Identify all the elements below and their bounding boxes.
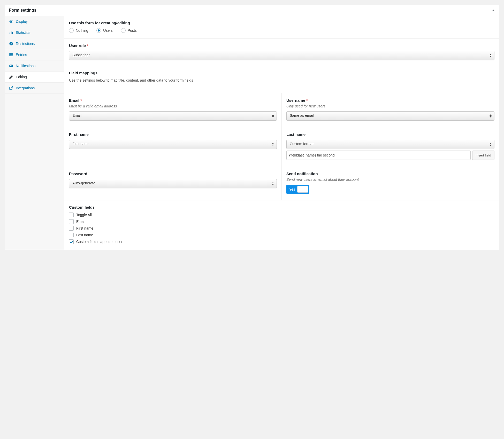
label-text: Username (286, 98, 305, 103)
sidebar-item-editing[interactable]: Editing (5, 72, 64, 83)
password-select[interactable]: Auto-generate (69, 179, 277, 188)
sidebar-item-notifications[interactable]: Notifications (5, 60, 64, 72)
username-select[interactable]: Same as email (286, 111, 494, 121)
sidebar-label: Notifications (16, 64, 35, 68)
sidebar-label: Integrations (16, 86, 35, 90)
toggle-label: Yes (288, 187, 297, 191)
required-indicator: * (87, 43, 88, 48)
svg-rect-1 (10, 33, 10, 34)
email-select[interactable]: Email (69, 111, 277, 121)
username-cell: Username * Only used for new users Same … (282, 93, 499, 127)
required-indicator: * (80, 98, 82, 103)
sidebar-label: Statistics (16, 30, 30, 35)
email-hint: Must be a valid email address (69, 104, 277, 108)
radio-nothing[interactable]: Nothing (69, 28, 88, 33)
user-role-label: User role * (69, 43, 494, 48)
last-name-custom-input[interactable] (286, 151, 471, 160)
checkbox-icon (69, 233, 74, 237)
send-notification-cell: Send notification Send new users an emai… (282, 166, 499, 200)
email-cell: Email * Must be a valid email address Em… (64, 93, 282, 127)
checkbox-label: Email (76, 220, 85, 224)
sidebar-label: Display (16, 19, 28, 23)
radio-label: Posts (128, 28, 137, 33)
last-name-label: Last name (286, 132, 494, 137)
last-name-select[interactable]: Custom format (286, 140, 494, 149)
radio-users[interactable]: Users (96, 28, 113, 33)
use-form-options: Nothing Users Posts (69, 28, 494, 33)
field-mappings-heading: Field mappings (69, 71, 494, 75)
sidebar-label: Restrictions (16, 42, 35, 46)
checkbox-custom-field-user[interactable]: Custom field mapped to user (69, 239, 494, 244)
use-form-label: Use this form for creating/editing (69, 21, 494, 25)
pencil-icon (9, 75, 13, 79)
insert-field-button[interactable]: Insert field (472, 151, 494, 160)
svg-rect-3 (12, 32, 13, 34)
mapping-grid: Email * Must be a valid email address Em… (64, 93, 499, 200)
send-notification-label: Send notification (286, 171, 494, 176)
select-arrows-icon (272, 143, 274, 146)
password-cell: Password Auto-generate (64, 166, 282, 200)
form-settings-panel: Form settings Display Statistics Restric… (5, 5, 499, 250)
collapse-icon[interactable] (492, 10, 495, 11)
email-label: Email * (69, 98, 277, 103)
custom-fields-label: Custom fields (69, 205, 494, 209)
x-circle-icon (9, 42, 13, 46)
custom-fields-section: Custom fields Toggle All Email First nam… (64, 200, 499, 250)
checkbox-icon (69, 219, 74, 224)
send-notification-hint: Send new users an email about their acco… (286, 177, 494, 182)
field-mappings-header: Field mappings Use the settings below to… (64, 66, 499, 93)
bar-chart-icon (9, 30, 13, 35)
sidebar-item-integrations[interactable]: Integrations (5, 83, 64, 94)
select-arrows-icon (272, 182, 274, 185)
sidebar-item-statistics[interactable]: Statistics (5, 27, 64, 38)
first-name-cell: First name First name (64, 127, 282, 166)
select-arrows-icon (490, 54, 492, 57)
radio-label: Nothing (76, 28, 88, 33)
external-link-icon (9, 86, 13, 90)
label-text: User role (69, 43, 86, 48)
checkbox-label: Last name (76, 233, 93, 237)
checkbox-first-name[interactable]: First name (69, 226, 494, 231)
table-icon (9, 53, 13, 57)
label-text: Email (69, 98, 79, 103)
select-value: Email (72, 113, 81, 117)
user-role-select[interactable]: Subscriber (69, 51, 494, 60)
select-arrows-icon (490, 114, 492, 117)
sidebar-item-restrictions[interactable]: Restrictions (5, 38, 64, 49)
checkbox-email[interactable]: Email (69, 219, 494, 224)
sidebar-item-display[interactable]: Display (5, 16, 64, 27)
select-value: Subscriber (72, 53, 90, 57)
first-name-select[interactable]: First name (69, 140, 277, 149)
content-area: Use this form for creating/editing Nothi… (64, 16, 499, 250)
user-role-section: User role * Subscriber (64, 39, 499, 66)
sidebar-label: Entries (16, 53, 27, 57)
radio-posts[interactable]: Posts (121, 28, 137, 33)
custom-fields-list: Toggle All Email First name Last name (69, 213, 494, 244)
sidebar-item-entries[interactable]: Entries (5, 49, 64, 60)
checkbox-icon (69, 226, 74, 231)
toggle-knob (297, 186, 308, 193)
svg-rect-2 (11, 32, 12, 34)
panel-header[interactable]: Form settings (5, 5, 499, 16)
radio-label: Users (103, 28, 113, 33)
panel-title: Form settings (9, 8, 36, 13)
select-value: Custom format (290, 142, 314, 146)
username-label: Username * (286, 98, 494, 103)
svg-rect-5 (10, 53, 13, 56)
checkbox-last-name[interactable]: Last name (69, 233, 494, 237)
select-value: Same as email (290, 113, 314, 117)
radio-icon (121, 28, 126, 33)
field-mappings-desc: Use the settings below to map title, con… (69, 78, 494, 82)
sidebar-label: Editing (16, 75, 27, 79)
checkbox-icon (69, 239, 74, 244)
select-value: Auto-generate (72, 181, 95, 185)
username-hint: Only used for new users (286, 104, 494, 108)
checkbox-icon (69, 213, 74, 217)
select-value: First name (72, 142, 89, 146)
checkbox-toggle-all[interactable]: Toggle All (69, 213, 494, 217)
radio-icon (69, 28, 74, 33)
svg-point-0 (11, 21, 12, 22)
required-indicator: * (306, 98, 308, 103)
checkbox-label: Custom field mapped to user (76, 240, 123, 244)
send-notification-toggle[interactable]: Yes (286, 185, 309, 194)
